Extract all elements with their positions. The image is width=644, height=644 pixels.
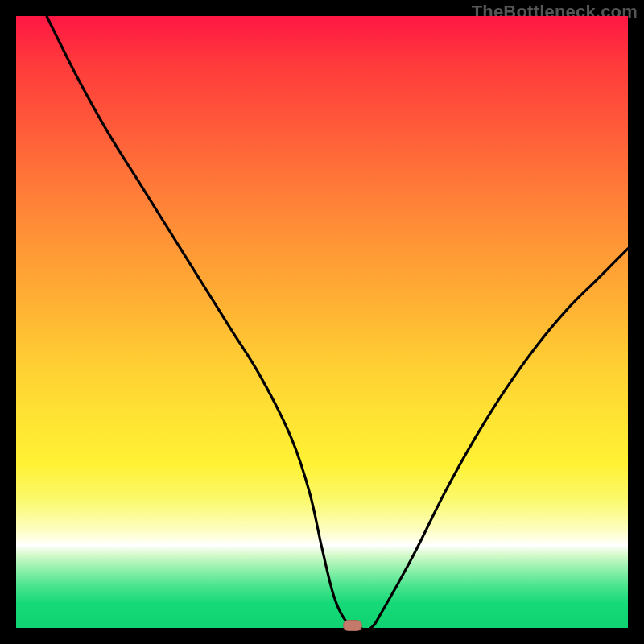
bottleneck-chart: [16, 16, 628, 628]
chart-stage: TheBottleneck.com: [0, 0, 644, 644]
bottleneck-curve: [16, 16, 628, 628]
curve-path: [47, 16, 628, 628]
bottleneck-marker: [343, 620, 362, 631]
